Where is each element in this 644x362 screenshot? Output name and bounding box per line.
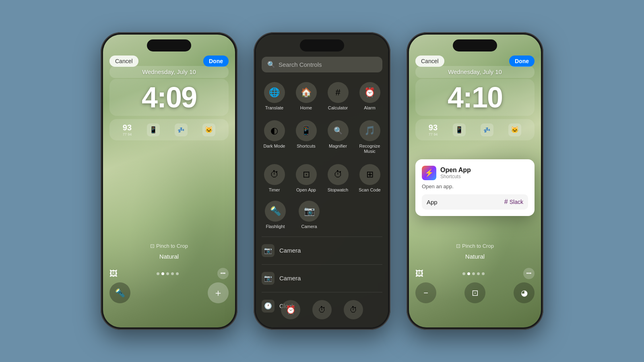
control-timer[interactable]: ⏱ Timer (259, 160, 289, 197)
dot-2 (161, 272, 164, 275)
right-dot-2 (467, 272, 470, 275)
search-bar[interactable]: 🔍 Search Controls (262, 57, 382, 72)
bottom-alarm-icon[interactable]: ⏰ (281, 300, 300, 319)
right-top-bar: Cancel Done (409, 56, 541, 67)
right-time-text: 4:10 (419, 83, 530, 112)
control-darkmode[interactable]: ◐ Dark Mode (259, 116, 289, 158)
left-pinch-crop: ⊡ Pinch to Crop (150, 243, 188, 249)
right-pinch-icon: ⊡ (456, 243, 460, 249)
left-flashlight-button[interactable]: 🔦 (109, 282, 130, 303)
scan-code-label: Scan Code (359, 187, 380, 193)
alarm-label: Alarm (364, 105, 376, 111)
recognize-music-icon: 🎵 (359, 120, 380, 141)
divider-3 (262, 292, 382, 292)
left-time-text: 4:09 (114, 83, 225, 112)
popup-app-row[interactable]: App # Slack (422, 194, 528, 210)
right-done-button[interactable]: Done (509, 56, 535, 67)
left-cat-icon: 🐱 (202, 123, 215, 136)
left-phone-icon: 📱 (147, 123, 160, 136)
right-dot-4 (477, 272, 480, 275)
right-open-app-button[interactable]: ⊡ (464, 282, 485, 303)
camera-label: Camera (301, 224, 317, 229)
control-calculator[interactable]: # Calculator (323, 78, 353, 115)
control-stopwatch[interactable]: ⏱ Stopwatch (323, 160, 353, 197)
right-date-display: Wednesday, July 10 (415, 66, 535, 78)
calculator-label: Calculator (328, 105, 348, 111)
section-camera-2[interactable]: 📷 Camera (256, 268, 388, 289)
bottom-timer-icon[interactable]: ⏱ (312, 300, 332, 319)
open-app-icon: ⊡ (296, 164, 317, 185)
left-date-text: Wednesday, July 10 (142, 68, 196, 75)
control-flashlight[interactable]: 🔦 Flashlight (259, 197, 291, 233)
section-camera-icon-2: 📷 (262, 272, 275, 285)
left-gallery-icon: 🖼 (109, 269, 118, 278)
scan-code-icon: ⊞ (359, 164, 380, 185)
popup-title-block: Open App Shortcuts (440, 167, 471, 179)
right-minus-button[interactable]: − (415, 282, 436, 303)
translate-label: Translate (265, 105, 283, 111)
left-notch (147, 39, 191, 51)
slack-name: Slack (510, 199, 523, 205)
bottom-icons-row: ⏰ ⏱ ⏱ (256, 300, 388, 319)
camera-icon: 📷 (299, 201, 320, 222)
translate-icon: 🌐 (264, 82, 285, 103)
search-overlay: 🔍 Search Controls 🌐 Translate 🏠 Home # C… (256, 35, 388, 327)
spacer (327, 197, 385, 233)
section-camera-label-1: Camera (279, 247, 301, 254)
timer-label: Timer (269, 187, 280, 193)
flashlight-icon: 🔦 (265, 201, 286, 222)
right-phone-icon: 📱 (453, 123, 466, 136)
divider-1 (262, 237, 382, 237)
left-add-button[interactable]: ＋ (208, 282, 229, 303)
left-cancel-button[interactable]: Cancel (109, 56, 138, 67)
extra-controls-row: 🔦 Flashlight 📷 Camera (256, 197, 388, 233)
bottom-stopwatch-icon[interactable]: ⏱ (344, 300, 363, 319)
left-more-button[interactable]: ••• (217, 268, 229, 279)
darkmode-label: Dark Mode (264, 144, 285, 149)
left-done-button[interactable]: Done (203, 56, 229, 67)
control-translate[interactable]: 🌐 Translate (259, 78, 289, 115)
section-camera-label-2: Camera (279, 275, 301, 282)
right-widgets-row: 93 77 94 📱 💤 🐱 (415, 119, 535, 140)
right-date-text: Wednesday, July 10 (448, 68, 502, 75)
left-date-display: Wednesday, July 10 (109, 66, 229, 78)
magnifier-icon: 🔍 (328, 120, 349, 141)
right-brightness-button[interactable]: ◕ (514, 282, 535, 303)
control-recognize-music[interactable]: 🎵 Recognize Music (355, 116, 385, 158)
darkmode-icon: ◐ (264, 120, 285, 141)
calculator-icon: # (328, 82, 349, 103)
shortcuts-icon: 📱 (296, 120, 317, 141)
right-natural-label: Natural (465, 253, 485, 260)
flashlight-label: Flashlight (266, 224, 285, 229)
section-camera-icon-1: 📷 (262, 244, 275, 257)
slack-icon: # (504, 198, 508, 206)
right-time-display: 4:10 (415, 79, 535, 116)
control-alarm[interactable]: ⏰ Alarm (355, 78, 385, 115)
controls-grid: 🌐 Translate 🏠 Home # Calculator ⏰ Alarm … (256, 78, 388, 197)
right-temp-sub: 77 94 (429, 132, 438, 136)
middle-phone: 🔍 Search Controls 🌐 Translate 🏠 Home # C… (254, 32, 390, 330)
control-home[interactable]: 🏠 Home (291, 78, 321, 115)
divider-2 (262, 264, 382, 265)
right-cancel-button[interactable]: Cancel (415, 56, 444, 67)
left-widgets-row: 93 77 94 📱 💤 🐱 (109, 119, 229, 140)
right-more-button[interactable]: ••• (523, 268, 535, 279)
right-notch (453, 39, 497, 51)
control-magnifier[interactable]: 🔍 Magnifier (323, 116, 353, 158)
control-open-app[interactable]: ⊡ Open App (291, 160, 321, 197)
control-scan-code[interactable]: ⊞ Scan Code (355, 160, 385, 197)
left-bottom-controls: 🔦 ＋ (109, 282, 229, 303)
popup-description: Open an app. (422, 183, 528, 189)
stopwatch-icon: ⏱ (328, 164, 349, 185)
right-bottom-controls: − ⊡ ◕ (415, 282, 535, 303)
left-natural-label: Natural (159, 253, 179, 260)
popup-title: Open App (440, 167, 471, 174)
control-shortcuts[interactable]: 📱 Shortcuts (291, 116, 321, 158)
right-dots (462, 272, 485, 275)
dot-4 (171, 272, 174, 275)
left-temp-sub: 77 94 (123, 132, 132, 136)
right-cat-icon: 🐱 (508, 123, 521, 136)
shortcuts-label: Shortcuts (297, 144, 315, 149)
section-camera-1[interactable]: 📷 Camera (256, 240, 388, 261)
control-camera[interactable]: 📷 Camera (293, 197, 325, 233)
